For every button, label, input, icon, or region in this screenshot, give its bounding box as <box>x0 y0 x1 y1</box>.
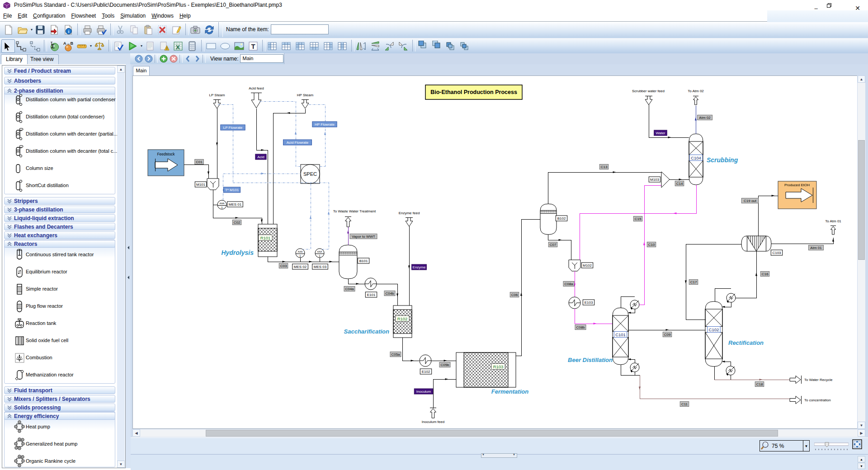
svg-text:Hydrolysis: Hydrolysis <box>221 249 254 256</box>
svg-text:C14: C14 <box>676 182 683 186</box>
svg-text:HP Flowrate: HP Flowrate <box>315 122 335 127</box>
svg-text:C13: C13 <box>601 165 608 169</box>
svg-text:MES 03: MES 03 <box>314 265 327 269</box>
svg-text:Acid feed: Acid feed <box>249 86 264 90</box>
svg-text:C16: C16 <box>762 272 769 276</box>
svg-text:C10: C10 <box>648 243 655 247</box>
svg-text:LP Flowrate: LP Flowrate <box>223 126 243 130</box>
svg-text:To Waste Water Treatment: To Waste Water Treatment <box>333 209 376 213</box>
svg-text:To Atm 02: To Atm 02 <box>688 89 704 93</box>
svg-text:R102: R102 <box>397 316 408 321</box>
svg-text:To Water Recycle: To Water Recycle <box>804 378 833 382</box>
svg-text:Scrubbing: Scrubbing <box>707 156 738 164</box>
svg-text:C02: C02 <box>234 221 241 225</box>
svg-text:LP Steam: LP Steam <box>209 93 225 97</box>
svg-text:C19 out: C19 out <box>744 199 757 203</box>
svg-text:R101: R101 <box>260 235 271 240</box>
svg-text:Atm 01: Atm 01 <box>810 246 822 250</box>
svg-text:C15: C15 <box>635 217 642 221</box>
svg-text:To Atm 01: To Atm 01 <box>825 219 841 223</box>
svg-text:Produced EtOH: Produced EtOH <box>784 183 810 187</box>
svg-text:Atm 02: Atm 02 <box>699 116 711 120</box>
svg-text:C01: C01 <box>196 160 203 164</box>
svg-text:Vapor to WWT: Vapor to WWT <box>352 235 375 239</box>
svg-text:MES 01: MES 01 <box>229 202 242 207</box>
svg-text:Rectification: Rectification <box>728 339 764 346</box>
svg-text:T* M101: T* M101 <box>225 188 239 192</box>
svg-text:AAA: AAA <box>317 250 322 253</box>
svg-text:To concentration: To concentration <box>804 398 831 402</box>
svg-text:C04b: C04b <box>385 291 394 296</box>
svg-text:Water: Water <box>656 131 665 135</box>
svg-text:M101: M101 <box>196 183 206 187</box>
svg-text:R103: R103 <box>493 364 504 369</box>
svg-text:i: i <box>68 29 70 34</box>
svg-text:AAA: AAA <box>219 202 224 205</box>
svg-text:Acid Flowrate: Acid Flowrate <box>287 141 309 145</box>
svg-text:Saccharification: Saccharification <box>344 328 389 335</box>
svg-text:SPEC: SPEC <box>303 171 317 177</box>
svg-text:E101: E101 <box>367 293 376 297</box>
svg-text:Fermentation: Fermentation <box>491 388 528 395</box>
svg-text:Enzyme feed: Enzyme feed <box>399 211 420 215</box>
svg-text:B101: B101 <box>359 259 368 263</box>
svg-text:C06: C06 <box>511 293 518 297</box>
svg-text:Enzyme: Enzyme <box>413 265 426 269</box>
svg-text:E103: E103 <box>585 301 593 305</box>
svg-text:C104: C104 <box>691 155 701 160</box>
svg-text:C08a: C08a <box>564 282 573 286</box>
svg-text:C101: C101 <box>615 332 626 337</box>
svg-text:C11: C11 <box>681 402 688 406</box>
svg-text:C17: C17 <box>690 280 697 284</box>
svg-text:Beer Distillation: Beer Distillation <box>568 357 613 363</box>
svg-text:C05a: C05a <box>391 352 400 357</box>
svg-text:Inoculum: Inoculum <box>416 390 431 394</box>
svg-text:Feedstock: Feedstock <box>157 152 175 156</box>
svg-text:Acid: Acid <box>257 155 264 159</box>
svg-text:AAA: AAA <box>297 250 302 253</box>
svg-text:C08b: C08b <box>576 325 585 329</box>
svg-text:HP Steam: HP Steam <box>297 93 314 97</box>
svg-text:C09: C09 <box>664 333 671 337</box>
svg-text:B102: B102 <box>557 216 566 221</box>
svg-text:M102: M102 <box>583 263 592 268</box>
svg-text:MES 02: MES 02 <box>294 265 307 269</box>
svg-text:T: T <box>251 42 255 50</box>
svg-text:Bio-Ethanol Production Process: Bio-Ethanol Production Process <box>430 89 517 95</box>
svg-text:C03: C03 <box>280 264 287 268</box>
svg-text:Scrubber water feed: Scrubber water feed <box>632 89 665 93</box>
svg-text:X: X <box>176 44 180 51</box>
svg-text:C04a: C04a <box>345 287 354 291</box>
svg-text:E102: E102 <box>422 370 430 374</box>
svg-text:C103: C103 <box>772 251 781 255</box>
svg-text:Inoculum feed: Inoculum feed <box>422 420 444 424</box>
svg-text:!: ! <box>166 47 168 51</box>
svg-text:C102: C102 <box>709 327 719 332</box>
svg-text:C07: C07 <box>550 243 557 247</box>
svg-text:C05b: C05b <box>440 363 449 367</box>
svg-text:C18: C18 <box>756 382 763 386</box>
svg-text:M103: M103 <box>650 178 660 182</box>
